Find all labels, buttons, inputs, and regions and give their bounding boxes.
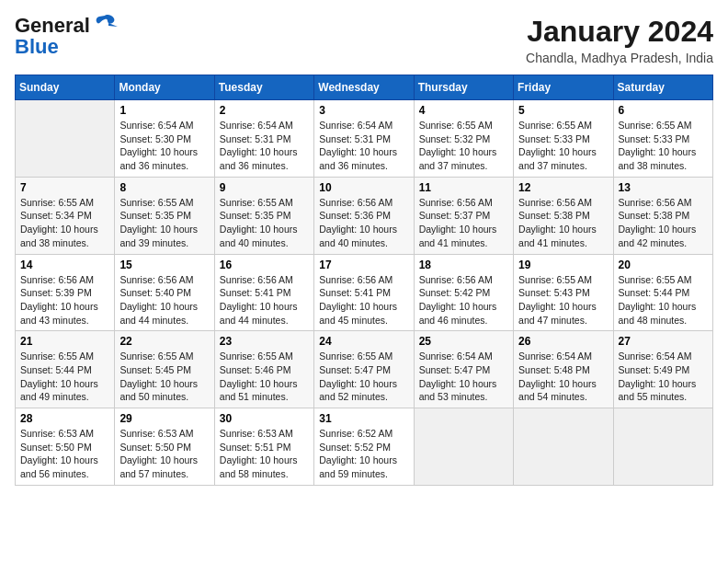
calendar-cell bbox=[514, 408, 613, 486]
cell-content: Sunrise: 6:56 AMSunset: 5:36 PMDaylight:… bbox=[319, 196, 408, 250]
day-number: 17 bbox=[319, 259, 408, 271]
calendar-cell: 23Sunrise: 6:55 AMSunset: 5:46 PMDayligh… bbox=[214, 331, 313, 408]
cell-content: Sunrise: 6:56 AMSunset: 5:42 PMDaylight:… bbox=[419, 273, 508, 327]
cell-content: Sunrise: 6:55 AMSunset: 5:33 PMDaylight:… bbox=[518, 119, 608, 173]
calendar-cell: 12Sunrise: 6:56 AMSunset: 5:38 PMDayligh… bbox=[514, 177, 613, 254]
cell-content: Sunrise: 6:55 AMSunset: 5:35 PMDaylight:… bbox=[119, 196, 209, 250]
calendar-cell: 22Sunrise: 6:55 AMSunset: 5:45 PMDayligh… bbox=[115, 331, 214, 408]
calendar-header: SundayMondayTuesdayWednesdayThursdayFrid… bbox=[16, 75, 713, 100]
calendar-cell: 8Sunrise: 6:55 AMSunset: 5:35 PMDaylight… bbox=[115, 177, 214, 254]
day-number: 16 bbox=[220, 259, 309, 271]
page-header: General Blue January 2024 Chandla, Madhy… bbox=[15, 15, 713, 65]
calendar-week-1: 1Sunrise: 6:54 AMSunset: 5:30 PMDaylight… bbox=[16, 100, 713, 178]
cell-content: Sunrise: 6:55 AMSunset: 5:45 PMDaylight:… bbox=[119, 350, 209, 404]
calendar-cell: 2Sunrise: 6:54 AMSunset: 5:31 PMDaylight… bbox=[214, 100, 313, 178]
calendar-cell: 29Sunrise: 6:53 AMSunset: 5:50 PMDayligh… bbox=[115, 408, 214, 486]
calendar-table: SundayMondayTuesdayWednesdayThursdayFrid… bbox=[15, 75, 713, 486]
day-number: 28 bbox=[20, 412, 109, 425]
calendar-cell: 17Sunrise: 6:56 AMSunset: 5:41 PMDayligh… bbox=[314, 254, 414, 331]
cell-content: Sunrise: 6:54 AMSunset: 5:31 PMDaylight:… bbox=[220, 119, 309, 173]
day-number: 23 bbox=[220, 335, 309, 348]
cell-content: Sunrise: 6:54 AMSunset: 5:48 PMDaylight:… bbox=[518, 350, 608, 404]
cell-content: Sunrise: 6:54 AMSunset: 5:47 PMDaylight:… bbox=[419, 350, 508, 404]
day-header-sunday: Sunday bbox=[16, 75, 115, 100]
logo-bird-icon bbox=[92, 14, 118, 34]
calendar-cell: 7Sunrise: 6:55 AMSunset: 5:34 PMDaylight… bbox=[16, 177, 115, 254]
cell-content: Sunrise: 6:55 AMSunset: 5:34 PMDaylight:… bbox=[20, 196, 109, 250]
location-subtitle: Chandla, Madhya Pradesh, India bbox=[526, 51, 713, 65]
month-year-title: January 2024 bbox=[526, 15, 713, 49]
calendar-cell: 19Sunrise: 6:55 AMSunset: 5:43 PMDayligh… bbox=[514, 254, 613, 331]
cell-content: Sunrise: 6:55 AMSunset: 5:43 PMDaylight:… bbox=[518, 273, 608, 327]
logo: General Blue bbox=[15, 15, 118, 59]
day-number: 14 bbox=[20, 259, 109, 271]
day-number: 5 bbox=[518, 104, 608, 117]
cell-content: Sunrise: 6:53 AMSunset: 5:50 PMDaylight:… bbox=[119, 427, 209, 481]
cell-content: Sunrise: 6:56 AMSunset: 5:37 PMDaylight:… bbox=[419, 196, 508, 250]
calendar-week-2: 7Sunrise: 6:55 AMSunset: 5:34 PMDaylight… bbox=[16, 177, 713, 254]
calendar-cell: 1Sunrise: 6:54 AMSunset: 5:30 PMDaylight… bbox=[115, 100, 214, 178]
day-header-wednesday: Wednesday bbox=[314, 75, 414, 100]
day-header-friday: Friday bbox=[514, 75, 613, 100]
calendar-cell: 28Sunrise: 6:53 AMSunset: 5:50 PMDayligh… bbox=[16, 408, 115, 486]
day-number: 6 bbox=[619, 104, 708, 117]
day-number: 4 bbox=[419, 104, 508, 117]
day-header-saturday: Saturday bbox=[613, 75, 712, 100]
cell-content: Sunrise: 6:55 AMSunset: 5:33 PMDaylight:… bbox=[619, 119, 708, 173]
day-number: 29 bbox=[119, 412, 209, 425]
title-block: January 2024 Chandla, Madhya Pradesh, In… bbox=[526, 15, 713, 65]
day-number: 11 bbox=[419, 181, 508, 194]
calendar-cell: 16Sunrise: 6:56 AMSunset: 5:41 PMDayligh… bbox=[214, 254, 313, 331]
days-header-row: SundayMondayTuesdayWednesdayThursdayFrid… bbox=[16, 75, 713, 100]
day-header-monday: Monday bbox=[115, 75, 214, 100]
cell-content: Sunrise: 6:56 AMSunset: 5:40 PMDaylight:… bbox=[119, 273, 209, 327]
cell-content: Sunrise: 6:55 AMSunset: 5:35 PMDaylight:… bbox=[220, 196, 309, 250]
logo-general: General bbox=[15, 14, 90, 37]
day-number: 15 bbox=[119, 259, 209, 271]
cell-content: Sunrise: 6:55 AMSunset: 5:44 PMDaylight:… bbox=[619, 273, 708, 327]
day-header-tuesday: Tuesday bbox=[214, 75, 313, 100]
day-number: 26 bbox=[518, 335, 608, 348]
calendar-cell: 5Sunrise: 6:55 AMSunset: 5:33 PMDaylight… bbox=[514, 100, 613, 178]
cell-content: Sunrise: 6:53 AMSunset: 5:51 PMDaylight:… bbox=[220, 427, 309, 481]
cell-content: Sunrise: 6:52 AMSunset: 5:52 PMDaylight:… bbox=[319, 427, 408, 481]
calendar-cell: 13Sunrise: 6:56 AMSunset: 5:38 PMDayligh… bbox=[613, 177, 712, 254]
day-number: 25 bbox=[419, 335, 508, 348]
calendar-cell: 20Sunrise: 6:55 AMSunset: 5:44 PMDayligh… bbox=[613, 254, 712, 331]
calendar-cell: 25Sunrise: 6:54 AMSunset: 5:47 PMDayligh… bbox=[414, 331, 513, 408]
cell-content: Sunrise: 6:54 AMSunset: 5:30 PMDaylight:… bbox=[119, 119, 209, 173]
calendar-cell: 4Sunrise: 6:55 AMSunset: 5:32 PMDaylight… bbox=[414, 100, 513, 178]
day-number: 10 bbox=[319, 181, 408, 194]
calendar-cell bbox=[16, 100, 115, 178]
day-number: 24 bbox=[319, 335, 408, 348]
calendar-cell bbox=[613, 408, 712, 486]
day-number: 12 bbox=[518, 181, 608, 194]
day-header-thursday: Thursday bbox=[414, 75, 513, 100]
day-number: 9 bbox=[220, 181, 309, 194]
calendar-body: 1Sunrise: 6:54 AMSunset: 5:30 PMDaylight… bbox=[16, 100, 713, 486]
calendar-cell: 15Sunrise: 6:56 AMSunset: 5:40 PMDayligh… bbox=[115, 254, 214, 331]
cell-content: Sunrise: 6:56 AMSunset: 5:38 PMDaylight:… bbox=[518, 196, 608, 250]
day-number: 2 bbox=[220, 104, 309, 117]
day-number: 7 bbox=[20, 181, 109, 194]
day-number: 18 bbox=[419, 259, 508, 271]
cell-content: Sunrise: 6:56 AMSunset: 5:38 PMDaylight:… bbox=[619, 196, 708, 250]
cell-content: Sunrise: 6:55 AMSunset: 5:47 PMDaylight:… bbox=[319, 350, 408, 404]
calendar-cell: 26Sunrise: 6:54 AMSunset: 5:48 PMDayligh… bbox=[514, 331, 613, 408]
day-number: 1 bbox=[119, 104, 209, 117]
cell-content: Sunrise: 6:53 AMSunset: 5:50 PMDaylight:… bbox=[20, 427, 109, 481]
calendar-cell: 14Sunrise: 6:56 AMSunset: 5:39 PMDayligh… bbox=[16, 254, 115, 331]
day-number: 19 bbox=[518, 259, 608, 271]
day-number: 13 bbox=[619, 181, 708, 194]
calendar-cell: 9Sunrise: 6:55 AMSunset: 5:35 PMDaylight… bbox=[214, 177, 313, 254]
cell-content: Sunrise: 6:56 AMSunset: 5:39 PMDaylight:… bbox=[20, 273, 109, 327]
day-number: 27 bbox=[619, 335, 708, 348]
calendar-week-4: 21Sunrise: 6:55 AMSunset: 5:44 PMDayligh… bbox=[16, 331, 713, 408]
day-number: 30 bbox=[220, 412, 309, 425]
calendar-cell bbox=[414, 408, 513, 486]
calendar-cell: 6Sunrise: 6:55 AMSunset: 5:33 PMDaylight… bbox=[613, 100, 712, 178]
calendar-cell: 31Sunrise: 6:52 AMSunset: 5:52 PMDayligh… bbox=[314, 408, 414, 486]
calendar-cell: 24Sunrise: 6:55 AMSunset: 5:47 PMDayligh… bbox=[314, 331, 414, 408]
day-number: 20 bbox=[619, 259, 708, 271]
cell-content: Sunrise: 6:54 AMSunset: 5:31 PMDaylight:… bbox=[319, 119, 408, 173]
